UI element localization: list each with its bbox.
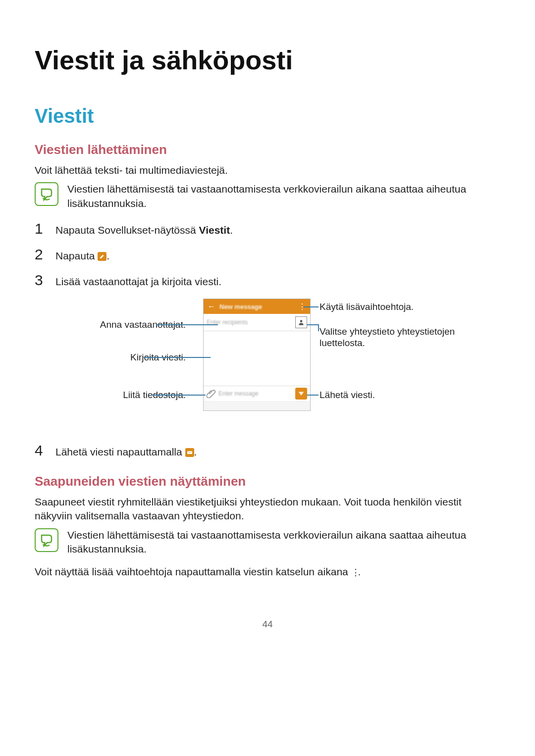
step-1-bold: Viestit — [199, 224, 230, 236]
step-2-text: Napauta . — [55, 250, 500, 262]
label-more: Käytä lisävaihtoehtoja. — [320, 302, 468, 313]
step-2-post: . — [107, 250, 109, 261]
phone-header: ← New message ⋮ — [204, 299, 310, 314]
leader-line — [156, 324, 218, 325]
step-1-text: Napauta Sovellukset-näytössä Viestit. — [55, 224, 500, 236]
step-number-1: 1 — [35, 220, 47, 237]
page-number: 44 — [35, 619, 500, 630]
receiving-more: Voit näyttää lisää vaihtoehtoja napautta… — [35, 565, 500, 579]
note-roaming-1: Viestien lähettämisestä tai vastaanottam… — [35, 182, 500, 210]
overflow-menu-icon: ⋮ — [351, 571, 358, 574]
subheading-receiving: Saapuneiden viestien näyttäminen — [35, 474, 500, 489]
phone-mock: ← New message ⋮ Enter recipients Enter m… — [203, 299, 311, 411]
leader-line — [307, 395, 319, 396]
step-1-pre: Napauta Sovellukset-näytössä — [55, 224, 199, 236]
input-placeholder: Enter message — [218, 390, 292, 397]
attach-icon — [207, 389, 215, 398]
leader-line — [304, 306, 319, 307]
step-3-text: Lisää vastaanottajat ja kirjoita viesti. — [55, 276, 500, 288]
send-icon — [295, 388, 307, 400]
note-text: Viestien lähettämisestä tai vastaanottam… — [67, 182, 500, 210]
step-number-2: 2 — [35, 246, 47, 263]
step-number-3: 3 — [35, 272, 47, 289]
step-4-pre: Lähetä viesti napauttamalla — [55, 446, 185, 457]
leader-line — [307, 324, 319, 325]
label-contact: Valitse yhteystieto yhteystietojen luett… — [320, 326, 478, 349]
sending-intro: Voit lähettää teksti- tai multimediavies… — [35, 163, 500, 177]
svg-point-0 — [300, 320, 303, 322]
step-1-post: . — [230, 224, 233, 236]
step-4-post: . — [194, 446, 197, 457]
leader-line — [151, 395, 206, 396]
back-icon: ← — [208, 302, 215, 311]
recipients-field: Enter recipients — [204, 314, 310, 331]
step-4-text: Lähetä viesti napauttamalla . — [55, 446, 500, 458]
note-icon — [35, 528, 58, 552]
note-icon — [35, 182, 58, 206]
send-envelope-icon — [185, 448, 194, 457]
note-text-2: Viestien lähettämisestä tai vastaanottam… — [67, 528, 500, 556]
compose-diagram: ← New message ⋮ Enter recipients Enter m… — [57, 299, 478, 427]
step-2-pre: Napauta — [55, 250, 98, 261]
step-number-4: 4 — [35, 442, 47, 459]
label-send: Lähetä viesti. — [320, 390, 448, 401]
note-roaming-2: Viestien lähettämisestä tai vastaanottam… — [35, 528, 500, 556]
compose-icon — [98, 252, 107, 261]
receiving-more-post: . — [358, 566, 361, 577]
contact-picker-icon — [295, 316, 307, 328]
message-body-area — [204, 331, 310, 386]
phone-header-title: New message — [219, 303, 294, 310]
chapter-title: Viestit ja sähköposti — [35, 45, 500, 75]
subheading-sending: Viestien lähettäminen — [35, 142, 500, 157]
leader-line — [144, 357, 211, 358]
phone-nav-bar — [204, 401, 310, 410]
section-viestit: Viestit — [35, 105, 500, 127]
input-row: Enter message — [204, 386, 310, 401]
receiving-more-pre: Voit näyttää lisää vaihtoehtoja napautta… — [35, 566, 351, 577]
leader-line — [318, 324, 319, 331]
recipients-placeholder: Enter recipients — [207, 319, 292, 326]
receiving-body: Saapuneet viestit ryhmitellään viestiket… — [35, 495, 500, 523]
